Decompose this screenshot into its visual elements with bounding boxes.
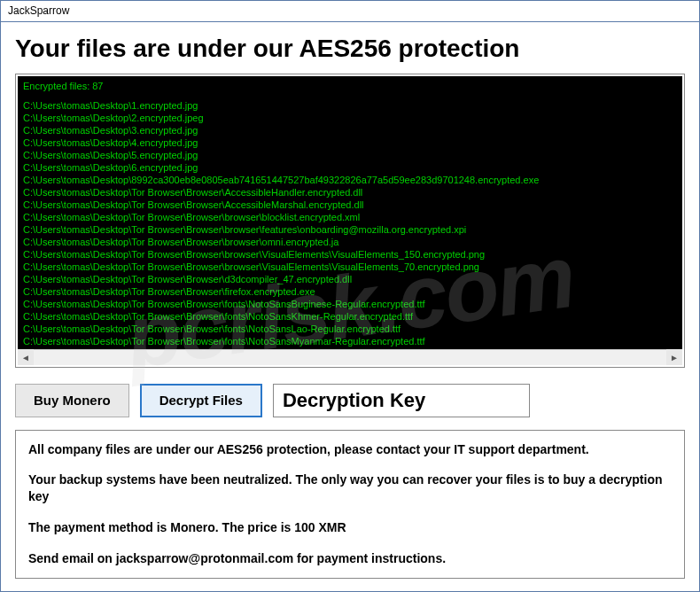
ransom-message: All company files are under our AES256 p…	[15, 430, 685, 579]
file-path: C:\Users\tomas\Desktop\Tor Browser\Brows…	[23, 261, 677, 273]
file-path: C:\Users\tomas\Desktop\Tor Browser\Brows…	[23, 211, 677, 223]
scroll-left-icon[interactable]: ◄	[18, 349, 34, 365]
file-path: C:\Users\tomas\Desktop\Tor Browser\Brows…	[23, 298, 677, 310]
file-path: C:\Users\tomas\Desktop\2.encrypted.jpeg	[23, 112, 677, 124]
message-line: The payment method is Monero. The price …	[28, 519, 672, 536]
buy-monero-button[interactable]: Buy Monero	[15, 384, 129, 417]
action-row: Buy Monero Decrypt Files Decryption Key	[15, 384, 685, 417]
horizontal-scrollbar[interactable]: ◄ ►	[18, 349, 682, 365]
headline: Your files are under our AES256 protecti…	[15, 35, 685, 63]
app-window: JackSparrow pcrisk.com Your files are un…	[0, 0, 700, 592]
content-area: pcrisk.com Your files are under our AES2…	[1, 22, 699, 591]
decrypt-files-button[interactable]: Decrypt Files	[140, 384, 262, 417]
file-path: C:\Users\tomas\Desktop\3.encrypted.jpg	[23, 124, 677, 136]
message-line: Send email on jacksparrow@protonmail.com…	[28, 550, 672, 567]
file-path: C:\Users\tomas\Desktop\Tor Browser\Brows…	[23, 223, 677, 236]
message-line: Your backup systems have been neutralize…	[28, 471, 672, 505]
file-path: C:\Users\tomas\Desktop\Tor Browser\Brows…	[23, 285, 677, 298]
file-path: C:\Users\tomas\Desktop\Tor Browser\Brows…	[23, 273, 677, 285]
file-path: C:\Users\tomas\Desktop\Tor Browser\Brows…	[23, 323, 677, 335]
file-path: C:\Users\tomas\Desktop\Tor Browser\Brows…	[23, 335, 677, 347]
file-path: C:\Users\tomas\Desktop\5.encrypted.jpg	[23, 149, 677, 161]
titlebar[interactable]: JackSparrow	[1, 1, 699, 22]
message-line: All company files are under our AES256 p…	[28, 441, 672, 458]
encrypted-count: Encrypted files: 87	[23, 80, 677, 92]
window-title: JackSparrow	[8, 4, 69, 17]
file-path: C:\Users\tomas\Desktop\1.encrypted.jpg	[23, 99, 677, 112]
file-path: C:\Users\tomas\Desktop\Tor Browser\Brows…	[23, 248, 677, 261]
file-path: C:\Users\tomas\Desktop\6.encrypted.jpg	[23, 161, 677, 174]
encrypted-files-list: Encrypted files: 87 C:\Users\tomas\Deskt…	[18, 76, 682, 349]
file-path: C:\Users\tomas\Desktop\Tor Browser\Brows…	[23, 186, 677, 199]
decryption-key-input[interactable]: Decryption Key	[273, 384, 530, 417]
file-path: C:\Users\tomas\Desktop\Tor Browser\Brows…	[23, 310, 677, 323]
file-path: C:\Users\tomas\Desktop\8992ca300eb8e0805…	[23, 174, 677, 186]
console-panel: Encrypted files: 87 C:\Users\tomas\Deskt…	[15, 74, 685, 368]
file-path: C:\Users\tomas\Desktop\4.encrypted.jpg	[23, 136, 677, 149]
file-path: C:\Users\tomas\Desktop\Tor Browser\Brows…	[23, 199, 677, 211]
scroll-track[interactable]	[34, 349, 666, 365]
file-path: C:\Users\tomas\Desktop\Tor Browser\Brows…	[23, 236, 677, 248]
scroll-right-icon[interactable]: ►	[666, 349, 682, 365]
